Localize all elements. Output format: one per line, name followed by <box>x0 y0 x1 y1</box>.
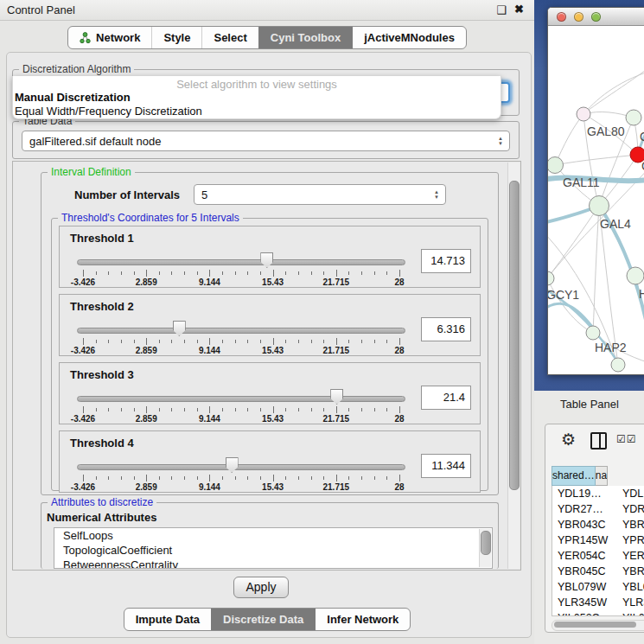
threshold-slider[interactable]: -3.4262.8599.14415.4321.71528 <box>77 319 405 354</box>
bottom-tab[interactable]: Discretize Data <box>211 609 315 630</box>
number-of-intervals-combobox[interactable]: 5 ▲▼ <box>194 184 446 205</box>
close-traffic-light-icon[interactable] <box>557 12 566 22</box>
slider-track[interactable] <box>77 464 405 470</box>
list-item[interactable]: BetweennessCentrality <box>54 558 492 569</box>
zoom-traffic-light-icon[interactable] <box>591 12 601 22</box>
tab-label: Impute Data <box>136 613 200 626</box>
table-cell: YDL19… <box>552 486 615 501</box>
network-node[interactable] <box>577 107 590 121</box>
slider-track[interactable] <box>77 259 405 265</box>
threshold-value-field[interactable]: 21.4 <box>421 386 471 410</box>
tab-label: Infer Network <box>327 613 399 626</box>
numerical-attributes-list[interactable]: SelfLoopsTopologicalCoefficientBetweenne… <box>54 527 493 569</box>
table-row[interactable]: YBL079W YBL0 <box>552 579 644 595</box>
slider-ticks <box>83 270 399 277</box>
threshold-slider[interactable]: -3.4262.8599.14415.4321.71528 <box>77 456 405 490</box>
tab-label: Style <box>163 31 190 44</box>
network-canvas[interactable]: GAL80G.CGAL11GAL4GCY1HHAP2 <box>548 26 644 374</box>
network-window-titlebar[interactable] <box>548 8 644 26</box>
table-row[interactable]: YBR045C YBR0 <box>552 564 644 579</box>
network-node[interactable] <box>586 326 600 340</box>
control-panel-title: Control Panel <box>7 3 75 16</box>
apply-button[interactable]: Apply <box>233 577 289 598</box>
table-row[interactable]: YIL052C YIL0 <box>552 610 644 616</box>
control-panel-tab[interactable]: jActiveMNodules <box>352 27 466 48</box>
control-panel-titlebar: Control Panel ❑ ✖ <box>0 0 534 21</box>
select-all-icons[interactable]: ☑☑ <box>616 433 637 445</box>
table-cell: YBR043C <box>552 517 615 532</box>
table-cell: YIL0 <box>615 610 644 616</box>
dropdown-placeholder: Select algorithm to view settings <box>13 76 501 91</box>
threshold-panel: Threshold 3 -3.4262.8599.14415.4321.7152… <box>59 362 481 424</box>
dropdown-option[interactable]: Equal Width/Frequency Discretization <box>13 105 501 118</box>
tab-label: Discretize Data <box>223 613 303 626</box>
table-data-combobox[interactable]: galFiltered.sif default node ▲▼ <box>22 131 510 151</box>
table-panel-title: Table Panel <box>560 398 619 411</box>
dropdown-option[interactable]: Manual Discretization <box>13 91 501 105</box>
list-scrollbar[interactable] <box>479 529 491 567</box>
network-node-label: HAP2 <box>595 341 627 354</box>
table-row[interactable]: YBR043C YBR0 <box>552 517 644 532</box>
close-window-icon[interactable]: ✖ <box>514 3 524 16</box>
threshold-panel: Threshold 2 -3.4262.8599.14415.4321.7152… <box>59 294 481 356</box>
network-node[interactable] <box>626 110 641 125</box>
control-panel-tab[interactable]: Cyni Toolbox <box>258 27 352 48</box>
network-node[interactable] <box>627 267 644 284</box>
slider-handle[interactable] <box>260 252 273 268</box>
slider-handle[interactable] <box>330 389 343 405</box>
table-data-selected-value: galFiltered.sif default node <box>29 135 161 148</box>
threshold-slider[interactable]: -3.4262.8599.14415.4321.71528 <box>77 251 405 285</box>
slider-ticks <box>83 338 399 345</box>
minimize-traffic-light-icon[interactable] <box>574 12 583 22</box>
numerical-attributes-label: Numerical Attributes <box>47 511 156 524</box>
threshold-slider[interactable]: -3.4262.8599.14415.4321.71528 <box>77 387 405 422</box>
control-panel-tab[interactable]: Select <box>201 27 258 48</box>
table-row[interactable]: YPR145W YPR1 <box>552 532 644 548</box>
slider-track[interactable] <box>77 328 405 334</box>
slider-tick-labels: -3.4262.8599.14415.4321.71528 <box>83 482 399 493</box>
table-cell: YER054C <box>552 548 615 564</box>
bottom-tab[interactable]: Infer Network <box>315 609 410 630</box>
table-row[interactable]: YLR345W YLR3 <box>552 595 644 610</box>
slider-track[interactable] <box>77 396 405 402</box>
network-node[interactable] <box>611 358 625 372</box>
settings-scrollbar[interactable] <box>507 163 520 569</box>
discretization-algorithm-group-title: Discretization Algorithm <box>19 63 134 75</box>
column-header[interactable]: na <box>596 466 608 486</box>
scrollbar-thumb[interactable] <box>554 622 636 628</box>
network-node[interactable] <box>590 196 609 216</box>
slider-handle[interactable] <box>173 321 186 336</box>
gear-icon[interactable]: ⚙ <box>561 430 576 450</box>
table-cell: YBR0 <box>615 564 644 579</box>
float-window-icon[interactable]: ❑ <box>496 3 507 16</box>
network-node[interactable] <box>548 157 564 174</box>
bottom-tab[interactable]: Impute Data <box>124 609 211 630</box>
control-panel-tab[interactable]: Network <box>68 27 151 48</box>
table-data-group: Table Data galFiltered.sif default node … <box>12 121 520 159</box>
table-row[interactable]: YDL19… YDL1 <box>552 486 644 501</box>
threshold-label: Threshold 3 <box>70 368 134 381</box>
threshold-value-field[interactable]: 6.316 <box>421 317 471 341</box>
threshold-value-field[interactable]: 14.713 <box>421 249 471 273</box>
network-node[interactable] <box>548 271 554 285</box>
table-cell: YPR1 <box>615 532 644 548</box>
threshold-value-field[interactable]: 11.344 <box>421 454 471 478</box>
network-node-label: H <box>639 287 644 301</box>
split-columns-icon[interactable] <box>590 432 607 450</box>
slider-tick-labels: -3.4262.8599.14415.4321.71528 <box>83 346 399 356</box>
algorithm-dropdown-popup: Select algorithm to view settings Manual… <box>12 76 501 119</box>
scrollbar-thumb[interactable] <box>509 181 520 490</box>
control-panel-tab[interactable]: Style <box>151 27 201 48</box>
table-cell: YIL052C <box>552 610 615 616</box>
column-header[interactable]: shared… <box>552 466 596 486</box>
scrollbar-thumb[interactable] <box>481 531 491 555</box>
table-horizontal-scrollbar[interactable] <box>552 620 644 631</box>
slider-handle[interactable] <box>226 457 239 473</box>
threshold-panel: Threshold 1 -3.4262.8599.14415.4321.7152… <box>59 226 481 288</box>
interval-definition-group: Interval Definition Number of Intervals … <box>41 172 499 495</box>
list-item[interactable]: SelfLoops <box>54 528 492 543</box>
table-row[interactable]: YDR27… YDR2 <box>552 501 644 517</box>
network-view-window[interactable]: GAL80G.CGAL11GAL4GCY1HHAP2 <box>547 7 644 375</box>
list-item[interactable]: TopologicalCoefficient <box>54 543 492 558</box>
table-row[interactable]: YER054C YER0 <box>552 548 644 564</box>
